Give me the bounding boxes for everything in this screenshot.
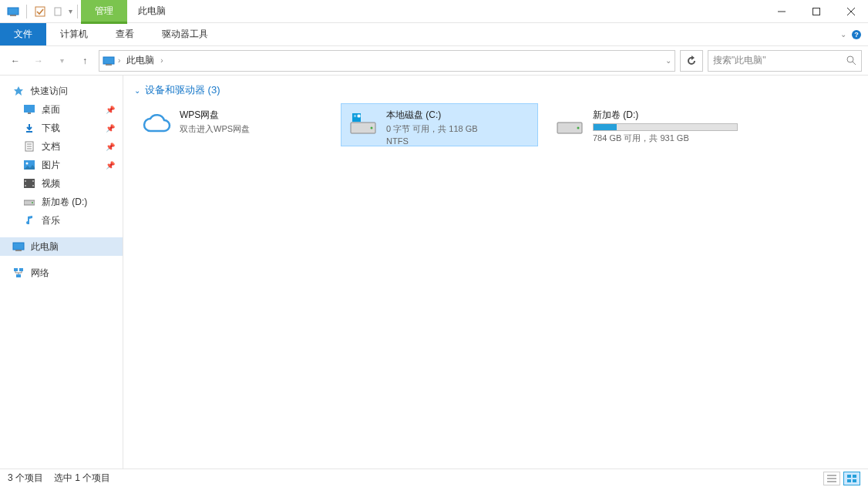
tiles-view-button[interactable] <box>843 472 860 485</box>
svg-rect-5 <box>812 8 819 15</box>
window-title: 此电脑 <box>127 5 177 18</box>
minimize-button[interactable] <box>764 0 799 23</box>
svg-rect-1 <box>10 15 16 16</box>
sidebar-item-videos[interactable]: 视频 <box>0 174 123 193</box>
drive-d[interactable]: 新加卷 (D:) 784 GB 可用，共 931 GB <box>547 103 745 146</box>
sidebar-item-label: 文档 <box>42 140 60 153</box>
checkbox-icon[interactable] <box>32 3 49 20</box>
svg-rect-2 <box>35 7 45 16</box>
chevron-right-icon[interactable]: › <box>160 56 163 65</box>
sidebar-item-documents[interactable]: 文档 📌 <box>0 137 123 156</box>
drive-c[interactable]: 本地磁盘 (C:) 0 字节 可用，共 118 GB NTFS <box>341 103 538 146</box>
network-icon <box>12 267 25 279</box>
manage-tab[interactable]: 管理 <box>81 0 127 23</box>
cloud-icon <box>141 109 172 139</box>
sidebar-label: 此电脑 <box>31 240 59 254</box>
svg-rect-3 <box>55 8 61 15</box>
svg-rect-24 <box>25 180 26 182</box>
svg-point-29 <box>32 202 33 203</box>
pin-icon: 📌 <box>106 106 115 114</box>
svg-point-12 <box>847 56 853 62</box>
address-bar[interactable]: › 此电脑 › ⌄ <box>99 50 675 72</box>
picture-icon <box>23 159 35 171</box>
manage-tab-label: 管理 <box>95 5 113 18</box>
search-icon <box>846 55 856 65</box>
svg-rect-49 <box>847 479 851 482</box>
drive-name: 新加卷 (D:) <box>593 109 738 122</box>
drive-tools-tab[interactable]: 驱动器工具 <box>148 23 222 45</box>
chevron-down-icon: ⌄ <box>134 86 140 95</box>
svg-rect-48 <box>853 475 856 478</box>
drives-grid: WPS网盘 双击进入WPS网盘 本地磁盘 (C:) 0 字节 可用，共 118 … <box>134 103 857 146</box>
svg-rect-30 <box>13 243 24 250</box>
breadcrumb-item[interactable]: 此电脑 <box>123 52 157 69</box>
sidebar-quick-access[interactable]: 快速访问 <box>0 82 123 100</box>
sidebar-item-label: 音乐 <box>42 214 60 227</box>
section-header[interactable]: ⌄ 设备和驱动器 (3) <box>134 83 857 97</box>
quick-access-toolbar: ▾ <box>0 3 81 20</box>
pc-icon <box>103 55 115 66</box>
navbar: ← → ▾ ↑ › 此电脑 › ⌄ 搜索"此电脑" <box>0 46 868 76</box>
computer-tab[interactable]: 计算机 <box>46 23 102 45</box>
separator <box>77 5 78 18</box>
sidebar-network[interactable]: 网络 <box>0 264 123 282</box>
drive-wps[interactable]: WPS网盘 双击进入WPS网盘 <box>134 103 331 146</box>
svg-point-43 <box>577 127 580 129</box>
music-icon <box>23 214 35 227</box>
view-tab[interactable]: 查看 <box>102 23 148 45</box>
forward-button[interactable]: → <box>29 52 48 70</box>
svg-point-41 <box>371 127 373 129</box>
maximize-button[interactable] <box>799 0 833 23</box>
video-icon <box>23 177 35 190</box>
svg-rect-14 <box>24 105 35 113</box>
drive-subtitle: 0 字节 可用，共 118 GB <box>386 123 531 135</box>
sidebar-this-pc[interactable]: 此电脑 <box>0 237 123 256</box>
dropdown-icon[interactable] <box>50 3 67 20</box>
search-box[interactable]: 搜索"此电脑" <box>708 50 862 72</box>
file-tab[interactable]: 文件 <box>0 23 46 45</box>
capacity-bar <box>593 123 738 131</box>
address-dropdown-icon[interactable]: ⌄ <box>665 56 671 65</box>
chevron-right-icon[interactable]: › <box>118 56 120 65</box>
sidebar-item-volume-d[interactable]: 新加卷 (D:) <box>0 193 123 211</box>
recent-button[interactable]: ▾ <box>52 52 71 70</box>
titlebar: ▾ 管理 此电脑 <box>0 0 868 23</box>
capacity-fill <box>594 124 617 130</box>
window-controls <box>764 0 868 23</box>
svg-rect-26 <box>32 180 34 182</box>
drive-fs: NTFS <box>386 136 531 146</box>
drive-body: 本地磁盘 (C:) 0 字节 可用，共 118 GB NTFS <box>386 109 531 146</box>
sidebar-item-pictures[interactable]: 图片 📌 <box>0 156 123 174</box>
help-icon[interactable]: ? <box>851 29 862 40</box>
refresh-button[interactable] <box>680 50 703 72</box>
svg-rect-50 <box>853 479 856 482</box>
download-icon <box>23 122 35 134</box>
svg-rect-47 <box>847 475 851 478</box>
svg-rect-23 <box>24 179 35 188</box>
sidebar-item-downloads[interactable]: 下载 📌 <box>0 119 123 137</box>
sidebar-item-label: 下载 <box>42 122 60 135</box>
status-selected: 选中 1 个项目 <box>54 472 110 485</box>
close-button[interactable] <box>833 0 868 23</box>
sidebar-item-desktop[interactable]: 桌面 📌 <box>0 100 123 119</box>
sidebar-item-label: 桌面 <box>42 103 60 116</box>
drive-name: WPS网盘 <box>180 109 325 122</box>
svg-rect-31 <box>15 250 22 251</box>
search-placeholder: 搜索"此电脑" <box>713 54 766 67</box>
sidebar-item-label: 图片 <box>42 159 60 172</box>
svg-rect-25 <box>25 185 26 186</box>
ribbon-expand-icon[interactable]: ⌄ <box>840 30 846 39</box>
svg-rect-0 <box>8 8 19 15</box>
drive-body: 新加卷 (D:) 784 GB 可用，共 931 GB <box>593 109 738 144</box>
sidebar: 快速访问 桌面 📌 下载 📌 文档 📌 图片 📌 视频 新加卷 (D <box>0 76 123 469</box>
details-view-button[interactable] <box>823 472 840 485</box>
sidebar-item-music[interactable]: 音乐 <box>0 211 123 230</box>
svg-rect-10 <box>103 57 114 64</box>
status-count: 3 个项目 <box>8 472 43 485</box>
svg-point-22 <box>26 163 29 165</box>
drive-name: 本地磁盘 (C:) <box>386 109 531 122</box>
up-button[interactable]: ↑ <box>76 52 94 70</box>
pin-icon: 📌 <box>106 161 115 170</box>
chevron-down-icon[interactable]: ▾ <box>69 7 72 15</box>
back-button[interactable]: ← <box>6 52 25 70</box>
